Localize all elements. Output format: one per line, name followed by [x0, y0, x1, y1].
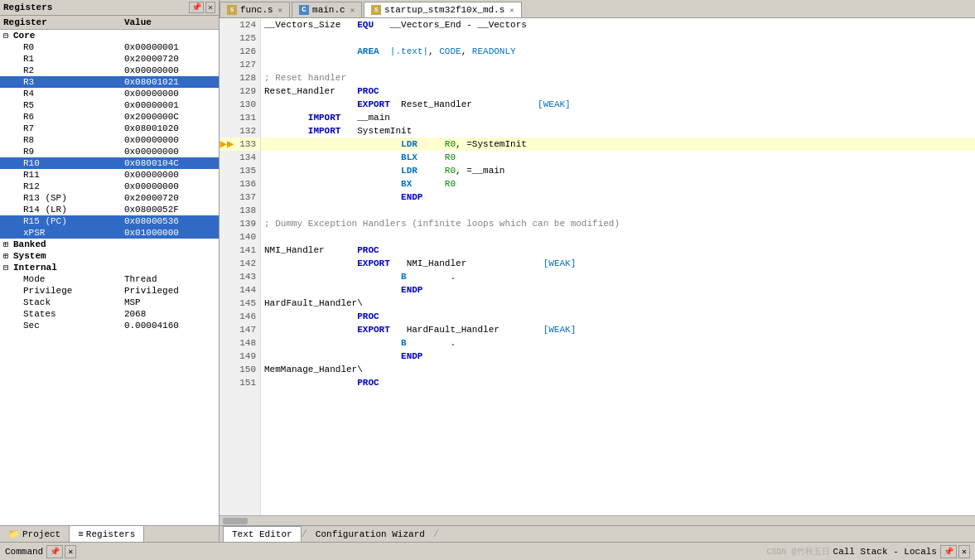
- table-row-xpsr[interactable]: xPSR0x01000000: [0, 227, 219, 239]
- gutter-row: 150: [220, 363, 260, 376]
- gutter-row: 148: [220, 336, 260, 350]
- code-text: __Vectors_Size EQU __Vectors_End - __Vec…: [261, 18, 530, 31]
- gutter-row: 143: [220, 270, 260, 283]
- gutter-row-arrow: ▶▶133: [220, 138, 260, 151]
- table-row[interactable]: R70x08001020: [0, 123, 219, 134]
- table-row[interactable]: R13 (SP)0x20000720: [0, 192, 219, 204]
- table-row[interactable]: R20x00000000: [0, 65, 219, 76]
- pin-button[interactable]: 📌: [189, 2, 204, 13]
- gutter-row: 126: [220, 45, 260, 58]
- table-row[interactable]: R80x00000000: [0, 134, 219, 146]
- table-row[interactable]: R00x00000001: [0, 41, 219, 53]
- close-button-bottom[interactable]: ✕: [65, 545, 76, 558]
- table-row[interactable]: ModeThread: [0, 273, 219, 285]
- code-line-144: ENDP: [261, 283, 975, 297]
- code-text: MemManage_Handler\: [261, 363, 366, 376]
- tab-separator-2: /: [433, 529, 439, 540]
- table-row[interactable]: R50x00000001: [0, 99, 219, 111]
- code-line-124: __Vectors_Size EQU __Vectors_End - __Vec…: [261, 18, 975, 31]
- code-line-128: ; Reset handler: [261, 71, 975, 84]
- code-line-149: ENDP: [261, 350, 975, 363]
- code-text: ENDP: [261, 350, 426, 363]
- funcs-tab-close[interactable]: ✕: [278, 6, 282, 15]
- code-text: [261, 31, 273, 45]
- line-number-gutter: 124 125 126 127 128 129 130 131 132 ▶▶13…: [220, 18, 261, 515]
- table-row[interactable]: R40x00000000: [0, 88, 219, 99]
- gutter-row: 147: [220, 323, 260, 336]
- core-group-header[interactable]: ⊟Core: [0, 30, 219, 42]
- project-tab[interactable]: 📁 Project: [0, 526, 70, 542]
- project-tab-label: Project: [22, 529, 60, 539]
- table-row-r3[interactable]: R30x08001021: [0, 76, 219, 88]
- scrollbar-thumb[interactable]: [223, 518, 248, 524]
- code-text: EXPORT HardFault_Handler [WEAK]: [261, 323, 579, 336]
- line-num: 130: [234, 99, 259, 109]
- line-num: 134: [234, 152, 259, 162]
- internal-group-header[interactable]: ⊟Internal: [0, 262, 219, 273]
- mainc-tab-label: main.c: [312, 5, 345, 15]
- system-group-header[interactable]: ⊞System: [0, 250, 219, 262]
- line-num: 149: [234, 351, 259, 361]
- line-num: 140: [234, 232, 259, 242]
- startup-tab-label: startup_stm32f10x_md.s: [384, 5, 504, 15]
- code-text: Reset_Handler PROC: [261, 84, 383, 98]
- gutter-row: 146: [220, 310, 260, 323]
- table-row[interactable]: States2068: [0, 308, 219, 320]
- horizontal-scrollbar[interactable]: [220, 515, 975, 525]
- table-row[interactable]: R60x2000000C: [0, 111, 219, 123]
- table-row[interactable]: PrivilegePrivileged: [0, 285, 219, 297]
- startup-tab-icon: S: [371, 5, 381, 15]
- close-button-right[interactable]: ✕: [958, 545, 970, 558]
- registers-table[interactable]: Register Value ⊟Core R00x00000001 R10x20…: [0, 16, 219, 525]
- code-line-140: [261, 230, 975, 244]
- line-num: 151: [234, 378, 259, 388]
- table-row[interactable]: Sec0.00004160: [0, 320, 219, 331]
- registers-header-icons: 📌 ✕: [189, 2, 215, 13]
- tab-startup[interactable]: S startup_stm32f10x_md.s ✕: [364, 2, 522, 17]
- line-num: 132: [234, 126, 259, 136]
- gutter-row: 142: [220, 257, 260, 270]
- code-line-136: BX R0: [261, 177, 975, 191]
- table-row[interactable]: R110x00000000: [0, 169, 219, 181]
- editor-bottom-tabs: Text Editor / Configuration Wizard /: [220, 525, 975, 542]
- pin-button-right[interactable]: 📌: [940, 545, 957, 558]
- table-row-r10[interactable]: R100x0800104C: [0, 157, 219, 169]
- gutter-row: 125: [220, 31, 260, 45]
- registers-title: Registers: [3, 2, 52, 12]
- left-panel: Registers 📌 ✕ Register Value ⊟Core R00x0…: [0, 0, 220, 542]
- line-num: 141: [234, 245, 259, 255]
- code-text: [261, 58, 273, 71]
- code-content[interactable]: __Vectors_Size EQU __Vectors_End - __Vec…: [261, 18, 975, 515]
- pin-button-bottom[interactable]: 📌: [46, 545, 63, 558]
- call-stack-label: Call Stack - Locals: [833, 547, 937, 557]
- code-text: ; Reset handler: [261, 71, 350, 84]
- config-wizard-tab[interactable]: Configuration Wizard: [307, 527, 433, 542]
- table-row[interactable]: R90x00000000: [0, 146, 219, 157]
- line-num: 138: [234, 205, 259, 215]
- code-text: PROC: [261, 310, 383, 323]
- line-num: 124: [234, 20, 259, 30]
- code-text: EXPORT NMI_Handler [WEAK]: [261, 257, 579, 270]
- table-row-r15[interactable]: R15 (PC)0x08000536: [0, 215, 219, 227]
- line-num: 127: [234, 60, 259, 70]
- line-num: 148: [234, 338, 259, 348]
- table-row[interactable]: R14 (LR)0x0800052F: [0, 204, 219, 215]
- code-text: ; Dummy Exception Handlers (infinite loo…: [261, 217, 623, 230]
- code-text: [261, 230, 273, 244]
- close-button[interactable]: ✕: [205, 2, 215, 13]
- startup-tab-close[interactable]: ✕: [509, 6, 514, 15]
- mainc-tab-close[interactable]: ✕: [350, 6, 355, 15]
- banked-group-header[interactable]: ⊞Banked: [0, 239, 219, 250]
- table-row[interactable]: R10x20000720: [0, 53, 219, 65]
- text-editor-tab[interactable]: Text Editor: [223, 526, 302, 542]
- table-row[interactable]: StackMSP: [0, 297, 219, 308]
- bottom-left-icons: 📌 ✕: [46, 545, 76, 558]
- code-line-148: B .: [261, 336, 975, 350]
- code-text: BLX R0: [261, 151, 459, 164]
- registers-tab[interactable]: ≡ Registers: [70, 526, 144, 542]
- line-num: 131: [234, 113, 259, 123]
- table-row[interactable]: R120x00000000: [0, 181, 219, 192]
- tab-funcs[interactable]: S func.s ✕: [220, 2, 290, 17]
- tab-mainc[interactable]: C main.c ✕: [292, 2, 362, 17]
- funcs-tab-icon: S: [227, 5, 237, 15]
